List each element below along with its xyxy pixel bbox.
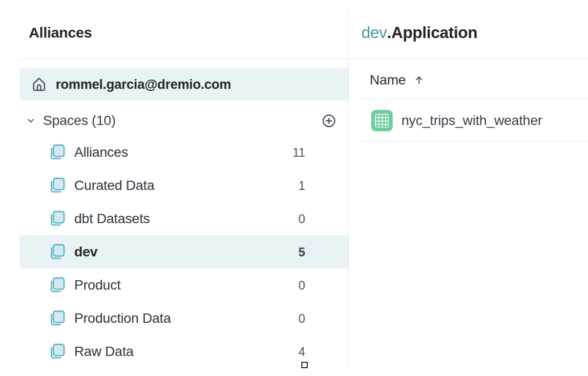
home-catalog-item[interactable]: rommel.garcia@dremio.com <box>20 68 348 101</box>
panel-divider <box>348 10 349 364</box>
space-item-raw-data[interactable]: Raw Data 4 <box>20 335 348 368</box>
spaces-section-header[interactable]: Spaces (10) <box>20 106 348 135</box>
left-panel-title-divider <box>19 59 348 60</box>
space-icon <box>49 276 65 294</box>
space-item-curated-data[interactable]: Curated Data 1 <box>20 169 348 202</box>
space-item-label: dev <box>74 244 98 260</box>
space-item-label: Curated Data <box>74 178 154 193</box>
breadcrumb-separator: . <box>387 23 391 42</box>
space-item-production-data[interactable]: Production Data 0 <box>20 302 348 335</box>
space-item-count: 0 <box>298 212 305 226</box>
space-item-count: 11 <box>293 146 305 160</box>
space-item-alliances[interactable]: Alliances 11 <box>20 136 348 169</box>
home-icon <box>30 76 48 93</box>
column-header-name-label: Name <box>370 72 406 88</box>
space-item-count: 4 <box>298 345 305 359</box>
space-icon <box>49 243 65 261</box>
space-item-count: 5 <box>298 245 305 259</box>
space-icon <box>49 210 65 228</box>
space-item-dbt-datasets[interactable]: dbt Datasets 0 <box>20 202 348 235</box>
space-item-dev[interactable]: dev 5 <box>20 235 348 269</box>
dataset-name: nyc_trips_with_weather <box>401 113 542 128</box>
space-item-count: 0 <box>298 278 305 292</box>
spaces-section-label: Spaces (10) <box>43 113 116 128</box>
space-item-label: dbt Datasets <box>74 211 150 227</box>
sort-arrow-up-icon <box>413 74 425 86</box>
space-item-count: 1 <box>298 179 305 193</box>
stray-square-artifact <box>301 362 308 368</box>
space-item-label: Raw Data <box>74 344 133 359</box>
table-header-divider <box>359 99 588 100</box>
add-space-button[interactable] <box>321 113 336 128</box>
dataset-row-divider <box>359 141 588 142</box>
space-icon <box>49 343 65 360</box>
space-icon <box>49 144 65 161</box>
space-item-label: Alliances <box>74 145 128 160</box>
space-icon <box>49 310 65 327</box>
spaces-list: Alliances 11 Curated Data 1 dbt Datasets… <box>20 136 348 368</box>
main-title-divider <box>349 59 588 60</box>
space-item-product[interactable]: Product 0 <box>20 269 348 302</box>
dataset-row-nyc-trips-with-weather[interactable]: nyc_trips_with_weather <box>371 109 588 132</box>
space-icon <box>49 177 65 194</box>
dataset-table-icon <box>371 110 393 131</box>
column-header-name[interactable]: Name <box>370 71 425 89</box>
space-item-count: 0 <box>298 312 305 326</box>
chevron-down-icon[interactable] <box>25 115 36 126</box>
space-item-label: Production Data <box>74 311 171 326</box>
breadcrumb: dev.Application <box>361 23 478 42</box>
plus-circle-icon <box>321 113 336 128</box>
home-catalog-label: rommel.garcia@dremio.com <box>56 77 231 92</box>
space-item-label: Product <box>74 277 121 293</box>
breadcrumb-space-link[interactable]: dev <box>361 23 387 42</box>
left-panel-title: Alliances <box>29 24 92 41</box>
breadcrumb-current: Application <box>391 23 477 42</box>
